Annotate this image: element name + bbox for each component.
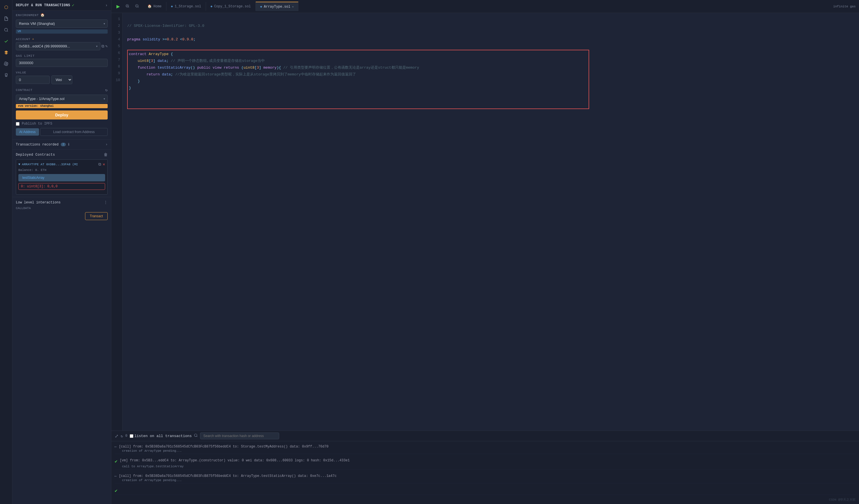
environment-select[interactable]: Remix VM (Shanghai) xyxy=(16,19,108,28)
deploy-button[interactable]: Deploy xyxy=(16,110,108,120)
address-row: At Address Load contract from Address xyxy=(12,128,111,139)
listen-checkbox-row: listen on all transactions xyxy=(130,434,192,438)
value-label: VALUE xyxy=(12,68,111,75)
copy-storage-file-icon: ◈ xyxy=(211,4,212,9)
compile-btn[interactable] xyxy=(1,36,11,46)
entry2-sub: call to ArrayType.testStaticArray xyxy=(115,465,856,468)
tabs-bar: 🏠 Home ◈ 1_Storage.sol ◈ Copy_1_Storage.… xyxy=(143,2,831,11)
instance-expand-icon[interactable]: ▼ xyxy=(18,163,20,166)
svg-point-0 xyxy=(4,28,7,31)
expand-console-btn[interactable]: ⤢ xyxy=(115,433,118,439)
environment-select-wrapper: Remix VM (Shanghai) ▾ xyxy=(16,19,108,28)
tab-home[interactable]: 🏠 Home xyxy=(143,2,166,11)
home-icon: 🏠 xyxy=(148,4,152,9)
copy-account-icon[interactable]: ⧉ xyxy=(102,44,104,49)
files-btn[interactable] xyxy=(1,14,11,24)
gas-limit-label: GAS LIMIT xyxy=(12,52,111,59)
low-level-options-icon[interactable]: ⋮ xyxy=(104,200,108,205)
account-row: 0x5B3...eddC4 (99.99999999... ▾ ⧉ ✎ xyxy=(12,42,111,50)
contract-select-wrapper: ArrayType - 1/ArrayType.sol ▾ xyxy=(16,95,108,103)
test-static-array-btn[interactable]: testStaticArray xyxy=(18,174,105,181)
line-numbers: 1 2 3 4 5 6 7 8 9 10 xyxy=(111,13,123,430)
contract-instance: ▼ ARRAYTYPE AT 0XDB8...33FA8 (MI ⧉ ✕ Bal… xyxy=(16,159,108,195)
entry3-text: [call] from: 0x5B38Da6a701c568545dCfcB03… xyxy=(119,474,337,478)
contract-select[interactable]: ArrayType - 1/ArrayType.sol xyxy=(16,95,108,103)
instance-name: ARRAYTYPE AT 0XDB8...33FA8 (MI xyxy=(22,163,78,166)
delete-deployed-icon[interactable]: 🗑 xyxy=(104,153,108,157)
unit-select[interactable]: Wei Gwei Ether xyxy=(51,75,72,84)
tab-copy-storage-label: Copy_1_Storage.sol xyxy=(214,4,251,9)
deployed-header: Deployed Contracts 🗑 xyxy=(16,153,108,157)
contract-header: CONTRACT ↻ xyxy=(12,86,111,93)
account-select[interactable]: 0x5B3...eddC4 (99.99999999... xyxy=(16,42,100,50)
check-icon: ✓ xyxy=(72,3,75,7)
deployed-title: Deployed Contracts xyxy=(16,153,55,157)
transactions-header[interactable]: Transactions recorded 2 ℹ › xyxy=(12,139,111,150)
publish-ipfs-row: Publish to IPFS xyxy=(12,122,111,128)
close-instance-icon[interactable]: ✕ xyxy=(103,162,105,167)
gas-limit-input[interactable] xyxy=(16,59,108,67)
run-button[interactable]: ▶ xyxy=(115,3,121,10)
arraytype-file-icon: ◈ xyxy=(260,4,262,9)
entry1-text: [call] from: 0x5B38Da6a701c568545dCfcB03… xyxy=(119,445,329,449)
copy-instance-icon[interactable]: ⧉ xyxy=(98,162,101,167)
zoom-out-button[interactable] xyxy=(133,3,141,9)
svg-point-1 xyxy=(6,63,7,64)
value-row: Wei Gwei Ether xyxy=(12,75,111,84)
debug-btn[interactable] xyxy=(1,70,11,80)
entry2-status-icon: ✔ xyxy=(115,459,118,464)
tab-home-label: Home xyxy=(153,4,162,9)
transactions-expand-icon[interactable]: › xyxy=(105,142,108,147)
tab-arraytype[interactable]: ◈ ArrayType.sol ✕ xyxy=(256,2,299,11)
plugin-btn[interactable] xyxy=(1,59,11,69)
deploy-btn-icon[interactable] xyxy=(1,47,11,58)
gas-limit-row xyxy=(12,59,111,67)
instance-balance: Balance: 0. ETH xyxy=(18,168,105,172)
account-select-wrapper: 0x5B3...eddC4 (99.99999999... ▾ xyxy=(16,42,100,50)
panel-expand-icon[interactable]: › xyxy=(105,3,108,7)
transactions-info-icon[interactable]: ℹ xyxy=(68,142,70,147)
refresh-console-btn[interactable]: ↻ xyxy=(121,434,123,439)
console-search-input[interactable] xyxy=(200,432,279,439)
editor-toolbar: ▶ 🏠 Home ◈ 1_Storage.sol ◈ Copy_1 xyxy=(111,0,859,13)
panel-header: DEPLOY & RUN TRANSACTIONS ✓ › xyxy=(12,0,111,11)
transact-button[interactable]: Transact xyxy=(85,212,108,220)
pending-count: 0 xyxy=(125,434,127,438)
svg-point-4 xyxy=(194,434,197,437)
publish-ipfs-label[interactable]: Publish to IPFS xyxy=(22,122,52,126)
console-entry-1: ⟵ [call] from: 0x5B38Da6a701c568545dCfcB… xyxy=(115,444,856,454)
add-account-icon[interactable]: + xyxy=(32,37,34,41)
left-panel: DEPLOY & RUN TRANSACTIONS ✓ › ENVIRONMEN… xyxy=(12,0,111,504)
tab-close-icon[interactable]: ✕ xyxy=(292,5,293,9)
load-contract-button[interactable]: Load contract from Address xyxy=(40,128,108,136)
tab-copy-storage[interactable]: ◈ Copy_1_Storage.sol xyxy=(206,2,256,11)
tab-storage[interactable]: ◈ 1_Storage.sol xyxy=(166,2,206,11)
at-address-button[interactable]: At Address xyxy=(16,128,39,136)
transactions-title-text: Transactions recorded xyxy=(16,143,59,147)
listen-checkbox[interactable] xyxy=(130,434,133,438)
publish-ipfs-checkbox[interactable] xyxy=(16,122,19,126)
refresh-contract-icon[interactable]: ↻ xyxy=(105,88,108,92)
console-output: ⟵ [call] from: 0x5B38Da6a701c568545dCfcB… xyxy=(111,441,859,504)
env-info-icon[interactable]: 🏠 xyxy=(41,13,45,17)
editor-section: ▶ 🏠 Home ◈ 1_Storage.sol ◈ Copy_1 xyxy=(111,0,859,430)
result-box: 0: uint8[3]: 0,0,0 xyxy=(18,183,105,190)
value-input[interactable] xyxy=(16,76,50,84)
entry4-status-icon: ✔ xyxy=(115,488,118,493)
editor-area[interactable]: 1 2 3 4 5 6 7 8 9 10 // SPDX-License-Ide… xyxy=(111,13,859,430)
panel-title: DEPLOY & RUN TRANSACTIONS ✓ xyxy=(16,3,74,7)
code-content[interactable]: // SPDX-License-Identifier: GPL-3.0 prag… xyxy=(123,13,859,430)
zoom-in-button[interactable] xyxy=(124,3,131,9)
entry3-status-icon: ⟵ xyxy=(115,474,117,478)
remix-logo-btn[interactable]: ⬡ xyxy=(1,2,11,12)
search-sidebar-btn[interactable] xyxy=(1,25,11,35)
bottom-panel: ⤢ ↻ 0 listen on all transactions ⟵ [call… xyxy=(111,430,859,504)
icon-sidebar: ⬡ xyxy=(0,0,12,504)
console-entry-4: ✔ xyxy=(115,487,856,495)
transactions-count-badge: 2 xyxy=(61,143,66,146)
panel-title-text: DEPLOY & RUN TRANSACTIONS xyxy=(16,3,70,7)
storage-file-icon: ◈ xyxy=(171,4,173,9)
calldata-label: CALLDATA xyxy=(16,207,108,210)
deployed-contracts-section: Deployed Contracts 🗑 ▼ ARRAYTYPE AT 0XDB… xyxy=(12,150,111,197)
edit-account-icon[interactable]: ✎ xyxy=(105,44,108,49)
